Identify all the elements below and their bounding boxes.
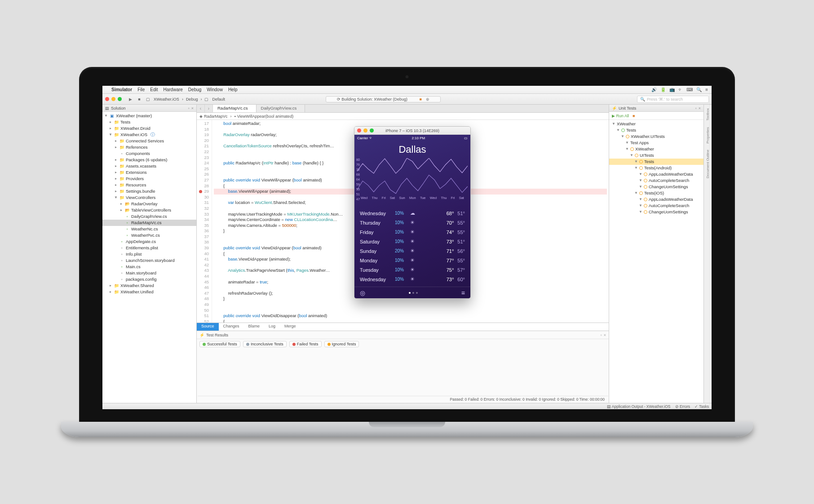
tree-item[interactable]: ▸📁XWeather.Unified — [102, 289, 196, 295]
editor-breadcrumb[interactable]: ◈ RadarMapVc › ▪ ViewWillAppear(bool ani… — [197, 113, 609, 120]
tree-item[interactable]: ▸📁Assets.xcassets — [102, 163, 196, 169]
status-tasks[interactable]: ✓ Tasks — [695, 404, 709, 409]
battery-icon[interactable]: 🔋 — [660, 87, 666, 92]
unit-test-tree[interactable]: ▼XWeather▼Tests▼XWeather.UITests▼Test Ap… — [609, 120, 703, 216]
tree-item[interactable]: ▫Entitlements.plist — [102, 245, 196, 251]
panel-close-icon[interactable]: × — [604, 333, 606, 337]
forecast-row[interactable]: Wednesday10%☁68°51° — [354, 208, 470, 218]
tree-item[interactable]: ▸📁Extensions — [102, 169, 196, 176]
status-errors[interactable]: ⊘ Errors — [675, 404, 690, 409]
crumb-config[interactable]: Debug — [185, 97, 199, 102]
tree-item[interactable]: ▸📁Providers — [102, 176, 196, 182]
tree-item[interactable]: ▫DailyGraphView.cs — [102, 213, 196, 220]
unit-test-item[interactable]: ▼AppLoadsWeatherData — [609, 171, 703, 177]
tree-item[interactable]: ▸📁Settings.bundle — [102, 188, 196, 195]
run-button[interactable]: ▶ — [127, 96, 133, 102]
tree-item[interactable]: ▫Info.plist — [102, 251, 196, 257]
source-tab[interactable]: Blame — [244, 323, 265, 331]
tree-item[interactable]: ▫Main.storyboard — [102, 270, 196, 276]
unit-test-item[interactable]: ▼AutoCompleteSearch — [609, 203, 703, 209]
test-filter-chip[interactable]: Inconclusive Tests — [243, 341, 287, 347]
crumb-target[interactable]: Default — [211, 97, 226, 102]
spotlight-icon[interactable]: 🔍 — [696, 87, 702, 92]
unit-test-item[interactable]: ▼Test Apps — [609, 140, 703, 146]
global-search[interactable]: 🔍 Press '⌘.' to search — [637, 96, 709, 103]
screen-icon[interactable]: 📺 — [669, 87, 675, 92]
panel-close-icon[interactable]: × — [699, 106, 701, 111]
tree-item[interactable]: ▸📂RadarOverlay — [102, 201, 196, 207]
tree-item[interactable]: ▸📁Resources — [102, 182, 196, 188]
unit-test-item[interactable]: ▼ChangeUomSettings — [609, 209, 703, 215]
menu-edit[interactable]: Edit — [150, 87, 158, 92]
unit-test-item[interactable]: ▼XWeather — [609, 121, 703, 127]
editor-tab[interactable]: DailyGraphView.cs — [257, 105, 305, 112]
tree-item[interactable]: ▸📂TableViewControllers — [102, 207, 196, 213]
test-filter-chip[interactable]: Ignored Tests — [324, 341, 359, 347]
menu-help[interactable]: Help — [228, 87, 238, 92]
menu-window[interactable]: Window — [207, 87, 223, 92]
tree-item[interactable]: ▫packages.config — [102, 276, 196, 283]
unit-test-item[interactable]: ▼Tests — [609, 159, 703, 165]
tab-document-outline[interactable]: Document Outline — [705, 148, 710, 180]
tree-item[interactable]: ▫WeatherNc.cs — [102, 226, 196, 232]
phone-screen[interactable]: Carrier ᯤ 2:10 PM ▭ Dallas 8076726864595… — [354, 135, 470, 298]
test-filter-chip[interactable]: Failed Tests — [289, 341, 322, 347]
source-tab[interactable]: Log — [264, 323, 280, 331]
status-output[interactable]: ▤ Application Output - XWeather.iOS — [607, 404, 671, 409]
close-icon[interactable] — [105, 97, 109, 101]
tree-item[interactable]: ▫Components — [102, 150, 196, 157]
run-target-crumb[interactable]: ▢XWeather.iOS› Debug› ▢Default — [145, 97, 226, 102]
tree-item[interactable]: ▫AppDelegate.cs — [102, 239, 196, 245]
tree-item[interactable]: ▸📁Packages (6 updates) — [102, 157, 196, 163]
ios-simulator-window[interactable]: iPhone 7 – iOS 10.3 (14E269) Carrier ᯤ 2… — [354, 126, 471, 299]
menu-debug[interactable]: Debug — [188, 87, 201, 92]
keyboard-icon[interactable]: ⌨ — [686, 87, 693, 92]
tab-properties[interactable]: Properties — [705, 125, 710, 145]
tree-item[interactable]: ▸📁XWeather.Shared — [102, 283, 196, 289]
forecast-row[interactable]: Wednesday10%☀73°60° — [354, 274, 470, 284]
tree-item[interactable]: ▫LaunchScreen.storyboard — [102, 257, 196, 264]
menubar-app-name[interactable]: Simulator — [111, 87, 132, 92]
tree-item[interactable]: ▫WeatherPvc.cs — [102, 232, 196, 239]
forecast-row[interactable]: Saturday10%☀73°51° — [354, 237, 470, 246]
close-icon[interactable] — [357, 128, 361, 133]
tree-item[interactable]: ▼📁XWeather.iOSⓘ — [102, 132, 196, 138]
tree-item[interactable]: ▸📁XWeather.Droid — [102, 125, 196, 132]
forecast-row[interactable]: Friday10%☀74°55° — [354, 227, 470, 237]
minimize-icon[interactable] — [111, 97, 115, 101]
zoom-icon[interactable] — [118, 97, 122, 101]
forecast-row[interactable]: Thursday10%☀70°55° — [354, 218, 470, 227]
minimize-icon[interactable] — [363, 128, 367, 133]
tab-toolbox[interactable]: Toolbox — [705, 106, 710, 123]
unit-test-item[interactable]: ▼ChangeUomSettings — [609, 184, 703, 190]
solution-tree[interactable]: ▼▣ XWeather (master) ▸📁Tests▸📁XWeather.D… — [102, 112, 196, 403]
unit-test-item[interactable]: ▼Tests — [609, 127, 703, 133]
stop-square-icon[interactable]: ■ — [136, 96, 142, 102]
panel-pin-icon[interactable]: ▫ — [601, 333, 602, 337]
volume-icon[interactable]: 🔊 — [651, 87, 657, 92]
simulator-titlebar[interactable]: iPhone 7 – iOS 10.3 (14E269) — [354, 127, 470, 135]
line-gutter[interactable]: 1718192021222324252627282930313233343536… — [197, 120, 212, 323]
forecast-row[interactable]: Monday10%☀77°55° — [354, 256, 470, 265]
unit-test-item[interactable]: ▼Tests(Android) — [609, 165, 703, 171]
window-traffic-lights[interactable] — [105, 97, 122, 101]
menu-extras-icon[interactable]: ≡ — [705, 87, 708, 92]
tab-nav-back-icon[interactable]: ‹ — [197, 105, 205, 112]
stop-tests-icon[interactable]: ■ — [633, 114, 635, 118]
crumb-project[interactable]: XWeather.iOS — [153, 97, 180, 102]
solution-root[interactable]: ▼▣ XWeather (master) — [102, 113, 196, 119]
radar-icon[interactable]: ◎ — [360, 289, 365, 296]
source-tab[interactable]: Merge — [280, 323, 301, 331]
source-view-tabs[interactable]: SourceChangesBlameLogMerge — [197, 323, 609, 331]
tree-item[interactable]: ▸📁Tests — [102, 119, 196, 125]
unit-test-item[interactable]: ▼AppLoadsWeatherData — [609, 196, 703, 203]
panel-pin-icon[interactable]: ▫ — [695, 106, 697, 111]
list-icon[interactable]: ≡ — [461, 289, 465, 296]
tree-item[interactable]: ▫Main.cs — [102, 264, 196, 270]
menu-hardware[interactable]: Hardware — [163, 87, 182, 92]
unit-test-item[interactable]: ▼Tests(iOS) — [609, 190, 703, 196]
tree-item[interactable]: ▸📁References — [102, 144, 196, 150]
forecast-row[interactable]: Sunday20%☀71°56° — [354, 246, 470, 256]
run-all-button[interactable]: ▶ Run All — [612, 114, 629, 118]
source-tab[interactable]: Source — [197, 323, 219, 331]
